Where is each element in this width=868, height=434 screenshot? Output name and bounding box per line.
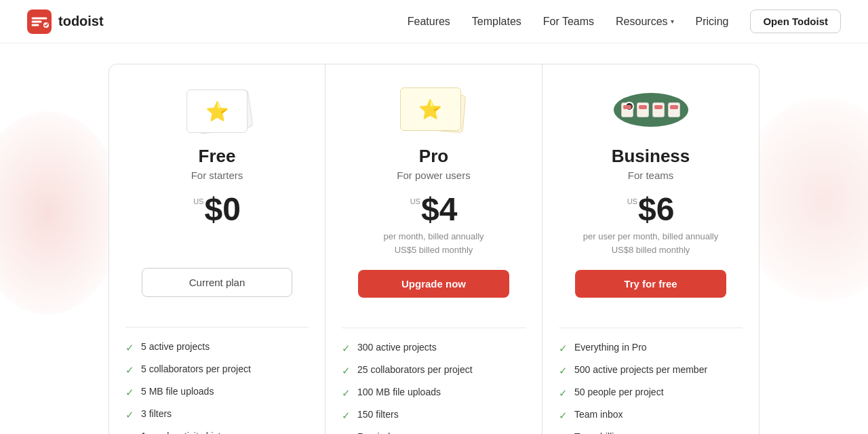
feature-text: Everything in Pro: [574, 342, 647, 353]
plan-card-free: ⭐ Free For starters US $0 Current plan ✓…: [108, 64, 326, 434]
check-icon: ✓: [559, 365, 568, 377]
illus-star-icon: ⭐: [418, 98, 442, 121]
feature-text: 50 people per project: [574, 387, 664, 397]
feature-text: 1-week activity history: [141, 431, 234, 434]
check-icon: ✓: [125, 387, 134, 399]
currency-pro: US: [410, 197, 420, 205]
feature-text: 25 collaborators per project: [357, 364, 473, 375]
feature-text: Team inbox: [574, 409, 623, 420]
check-icon: ✓: [125, 342, 134, 354]
features-list-pro: ✓ 300 active projects ✓ 25 collaborators…: [326, 342, 542, 434]
current-plan-button[interactable]: Current plan: [142, 268, 292, 297]
features-list-free: ✓ 5 active projects ✓ 5 collaborators pe…: [109, 341, 325, 434]
divider-pro: [342, 328, 526, 328]
todoist-logo-icon: [27, 9, 52, 34]
feature-item: ✓ Everything in Pro: [559, 342, 743, 355]
plan-card-business: Business For teams US $6 per user per mo…: [542, 64, 760, 434]
price-billing-free: [125, 230, 309, 254]
price-billing-business: per user per month, billed annually US$8…: [559, 230, 743, 256]
divider-free: [125, 327, 309, 328]
plan-illustration-business: [542, 64, 759, 146]
plan-desc-business: For teams: [559, 170, 743, 181]
feature-item: ✓ Team billing: [559, 431, 743, 434]
sushi-plate: [614, 93, 688, 127]
illus-star-icon: ⭐: [205, 100, 229, 123]
plan-name-free: Free: [125, 146, 309, 167]
check-icon: ✓: [342, 387, 351, 399]
illus-card-front: ⭐: [186, 90, 248, 133]
plan-illustration-free: ⭐: [109, 64, 325, 146]
sushi-dot: [625, 102, 634, 111]
upgrade-now-button[interactable]: Upgrade now: [358, 270, 509, 298]
plan-desc-free: For starters: [125, 170, 309, 181]
plan-header-business: Business For teams US $6 per user per mo…: [542, 146, 759, 311]
nav-for-teams[interactable]: For Teams: [543, 16, 594, 28]
check-icon: ✓: [342, 342, 351, 355]
feature-text: Reminders: [357, 431, 403, 434]
plan-name-business: Business: [559, 146, 743, 167]
check-icon: ✓: [125, 364, 134, 376]
feature-text: 150 filters: [357, 409, 399, 420]
divider-business: [559, 328, 743, 328]
currency-free: US: [193, 197, 203, 205]
feature-item: ✓ Reminders: [342, 431, 526, 434]
resources-chevron-icon: ▾: [671, 18, 674, 25]
feature-item: ✓ 5 MB file uploads: [125, 386, 309, 399]
plan-card-pro: ⭐ Pro For power users US $4 per month, b…: [326, 64, 542, 434]
open-todoist-button[interactable]: Open Todoist: [750, 9, 841, 33]
currency-business: US: [627, 197, 637, 205]
price-area-business: US $6: [559, 193, 743, 226]
plan-name-pro: Pro: [342, 146, 526, 167]
price-amount-business: $6: [638, 193, 674, 226]
pricing-section: ⭐ Free For starters US $0 Current plan ✓…: [0, 43, 868, 434]
feature-text: 3 filters: [141, 408, 172, 419]
price-area-pro: US $4: [342, 193, 526, 226]
header: todoist Features Templates For Teams Res…: [0, 0, 868, 43]
main-nav: Features Templates For Teams Resources ▾…: [408, 9, 841, 33]
feature-item: ✓ 100 MB file uploads: [342, 387, 526, 399]
price-area-free: US $0: [125, 193, 309, 226]
pricing-grid: ⭐ Free For starters US $0 Current plan ✓…: [0, 64, 868, 434]
feature-text: 500 active projects per member: [574, 364, 707, 375]
feature-item: ✓ 50 people per project: [559, 387, 743, 399]
sushi-piece: [652, 102, 665, 117]
sushi-piece: [637, 102, 649, 117]
price-billing-pro: per month, billed annually US$5 billed m…: [342, 230, 526, 256]
check-icon: ✓: [559, 387, 568, 399]
price-amount-free: $0: [204, 193, 240, 226]
feature-item: ✓ Team inbox: [559, 409, 743, 422]
check-icon: ✓: [125, 409, 134, 421]
feature-text: 5 active projects: [141, 341, 210, 352]
plan-header-pro: Pro For power users US $4 per month, bil…: [326, 146, 542, 311]
feature-item: ✓ 1-week activity history: [125, 431, 309, 434]
illus-card-front: ⭐: [400, 87, 461, 131]
feature-item: ✓ 300 active projects: [342, 342, 526, 355]
logo[interactable]: todoist: [27, 9, 104, 34]
features-list-business: ✓ Everything in Pro ✓ 500 active project…: [542, 342, 759, 434]
plan-illustration-pro: ⭐: [326, 64, 542, 146]
plan-header-free: Free For starters US $0 Current plan: [109, 146, 325, 311]
nav-resources[interactable]: Resources ▾: [616, 16, 673, 28]
feature-text: 5 MB file uploads: [141, 386, 214, 397]
feature-text: Team billing: [574, 431, 625, 434]
feature-text: 100 MB file uploads: [357, 387, 441, 397]
feature-text: 300 active projects: [357, 342, 437, 353]
feature-item: ✓ 25 collaborators per project: [342, 364, 526, 377]
check-icon: ✓: [342, 410, 351, 422]
nav-features[interactable]: Features: [408, 16, 450, 28]
try-for-free-button[interactable]: Try for free: [575, 270, 726, 298]
check-icon: ✓: [125, 431, 134, 434]
feature-item: ✓ 5 active projects: [125, 341, 309, 354]
logo-text: todoist: [58, 14, 104, 29]
check-icon: ✓: [559, 410, 568, 422]
nav-pricing[interactable]: Pricing: [696, 16, 729, 28]
feature-item: ✓ 150 filters: [342, 409, 526, 422]
nav-templates[interactable]: Templates: [472, 16, 521, 28]
feature-text: 5 collaborators per project: [141, 363, 251, 374]
feature-item: ✓ 5 collaborators per project: [125, 363, 309, 376]
check-icon: ✓: [342, 365, 351, 377]
feature-item: ✓ 500 active projects per member: [559, 364, 743, 377]
sushi-piece: [621, 102, 633, 117]
plan-desc-pro: For power users: [342, 170, 526, 181]
check-icon: ✓: [559, 342, 568, 355]
